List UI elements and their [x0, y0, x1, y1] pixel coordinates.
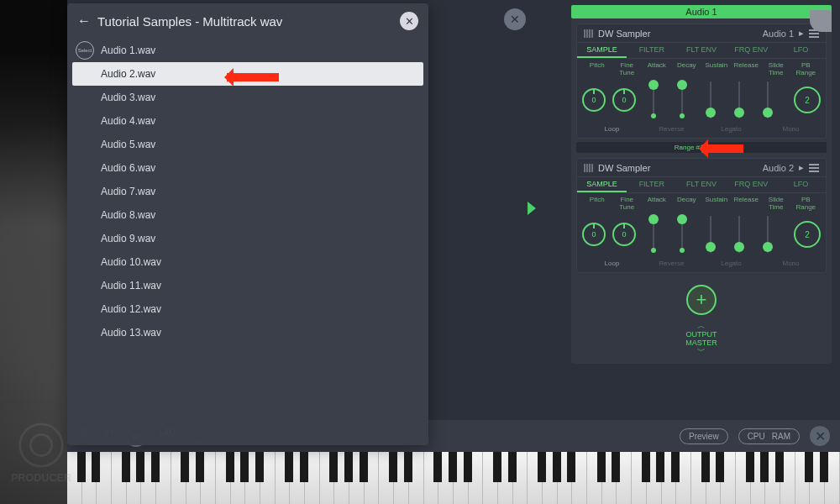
black-key[interactable]	[746, 452, 754, 482]
file-row[interactable]: Audio 5.wav	[72, 133, 423, 156]
black-key[interactable]	[300, 452, 308, 482]
decay-slider[interactable]	[678, 216, 686, 253]
file-row[interactable]: Audio 6.wav	[72, 156, 423, 180]
release-slider[interactable]	[735, 81, 743, 118]
black-key[interactable]	[553, 452, 561, 482]
drag-handle-icon[interactable]	[584, 29, 593, 38]
white-key[interactable]	[216, 452, 231, 504]
rack-title[interactable]: Audio 1	[571, 5, 832, 18]
preview-button[interactable]: Preview	[680, 428, 728, 444]
black-key[interactable]	[285, 452, 293, 482]
close-browser-button[interactable]: ✕	[400, 12, 418, 30]
black-key[interactable]	[344, 452, 353, 482]
mode-legato[interactable]: Legato	[701, 125, 761, 133]
black-key[interactable]	[671, 452, 680, 482]
menu-icon[interactable]	[809, 164, 819, 172]
black-key[interactable]	[508, 452, 517, 482]
tab-filter[interactable]: FILTER	[627, 43, 676, 58]
sampler-assignment[interactable]: Audio 2	[763, 163, 794, 173]
black-key[interactable]	[136, 452, 144, 482]
black-key[interactable]	[538, 452, 546, 482]
black-key[interactable]	[716, 452, 724, 482]
tab-sample[interactable]: SAMPLE	[577, 177, 627, 192]
pbrange-knob[interactable]: 2	[794, 87, 821, 113]
pitch-knob[interactable]: 0	[582, 223, 606, 246]
black-key[interactable]	[567, 452, 575, 482]
tab-flt-env[interactable]: FLT ENV	[676, 43, 726, 58]
black-key[interactable]	[642, 452, 650, 482]
file-row[interactable]: Audio 3.wav	[72, 86, 423, 109]
mode-reverse[interactable]: Reverse	[642, 125, 701, 133]
pbrange-knob[interactable]: 2	[794, 221, 821, 248]
file-row[interactable]: Audio 4.wav	[72, 109, 423, 133]
white-key[interactable]	[587, 452, 602, 504]
white-key[interactable]	[528, 452, 543, 504]
select-badge[interactable]: Select	[76, 41, 94, 60]
tab-flt-env[interactable]: FLT ENV	[676, 177, 726, 192]
white-key[interactable]	[736, 452, 751, 504]
black-key[interactable]	[775, 452, 784, 482]
sustain-slider[interactable]	[706, 216, 715, 253]
black-key[interactable]	[389, 452, 397, 482]
file-row[interactable]: SelectAudio 1.wav	[72, 39, 423, 62]
rack-corner-tab[interactable]	[810, 10, 832, 32]
slidetime-slider[interactable]	[764, 81, 772, 118]
file-row[interactable]: Audio 13.wav	[72, 321, 423, 344]
black-key[interactable]	[464, 452, 472, 482]
drag-handle-icon[interactable]	[584, 164, 593, 172]
sampler-assignment[interactable]: Audio 1	[763, 29, 794, 39]
black-key[interactable]	[77, 452, 86, 482]
black-key[interactable]	[493, 452, 501, 482]
mode-loop[interactable]: Loop	[582, 260, 642, 267]
black-key[interactable]	[404, 452, 412, 482]
file-row[interactable]: Audio 7.wav	[72, 180, 423, 203]
white-key[interactable]	[379, 452, 394, 504]
black-key[interactable]	[701, 452, 710, 482]
attack-slider[interactable]	[649, 81, 658, 118]
black-key[interactable]	[122, 452, 130, 482]
tab-frq-env[interactable]: FRQ ENV	[727, 43, 776, 58]
white-key[interactable]	[632, 452, 647, 504]
black-key[interactable]	[805, 452, 813, 482]
mode-reverse[interactable]: Reverse	[642, 260, 701, 267]
file-row[interactable]: Audio 10.wav	[72, 250, 423, 274]
add-sampler-button[interactable]: +	[686, 285, 717, 315]
finetune-knob[interactable]: 0	[612, 88, 636, 112]
black-key[interactable]	[656, 452, 664, 482]
black-key[interactable]	[360, 452, 368, 482]
file-row[interactable]: Audio 11.wav	[72, 274, 423, 297]
black-key[interactable]	[597, 452, 606, 482]
close-panel-button[interactable]: ✕	[504, 8, 526, 30]
tab-filter[interactable]: FILTER	[627, 177, 676, 192]
piano-keyboard[interactable]	[67, 452, 840, 504]
black-key[interactable]	[240, 452, 249, 482]
slidetime-slider[interactable]	[764, 216, 772, 253]
chevron-right-icon[interactable]: ▸	[799, 162, 804, 173]
white-key[interactable]	[276, 452, 291, 504]
output-block[interactable]: ︿ OUTPUT MASTER ﹀	[571, 322, 832, 355]
black-key[interactable]	[820, 452, 828, 482]
mode-mono[interactable]: Mono	[761, 260, 821, 267]
white-key[interactable]	[483, 452, 498, 504]
back-button[interactable]: ←	[77, 13, 91, 29]
black-key[interactable]	[92, 452, 100, 482]
chevron-right-icon[interactable]: ▸	[799, 28, 804, 39]
tab-frq-env[interactable]: FRQ ENV	[727, 177, 776, 192]
mode-loop[interactable]: Loop	[582, 125, 642, 133]
meters[interactable]: CPURAM	[738, 428, 800, 444]
tab-sample[interactable]: SAMPLE	[577, 43, 627, 58]
black-key[interactable]	[760, 452, 769, 482]
file-row[interactable]: Audio 12.wav	[72, 297, 423, 321]
file-row[interactable]: Audio 8.wav	[72, 203, 423, 227]
pitch-knob[interactable]: 0	[582, 88, 606, 112]
black-key[interactable]	[329, 452, 338, 482]
white-key[interactable]	[320, 452, 335, 504]
white-key[interactable]	[171, 452, 186, 504]
tab-lfo[interactable]: LFO	[776, 177, 826, 192]
black-key[interactable]	[226, 452, 234, 482]
black-key[interactable]	[433, 452, 442, 482]
finetune-knob[interactable]: 0	[612, 223, 636, 246]
black-key[interactable]	[449, 452, 457, 482]
black-key[interactable]	[255, 452, 264, 482]
white-key[interactable]	[112, 452, 127, 504]
